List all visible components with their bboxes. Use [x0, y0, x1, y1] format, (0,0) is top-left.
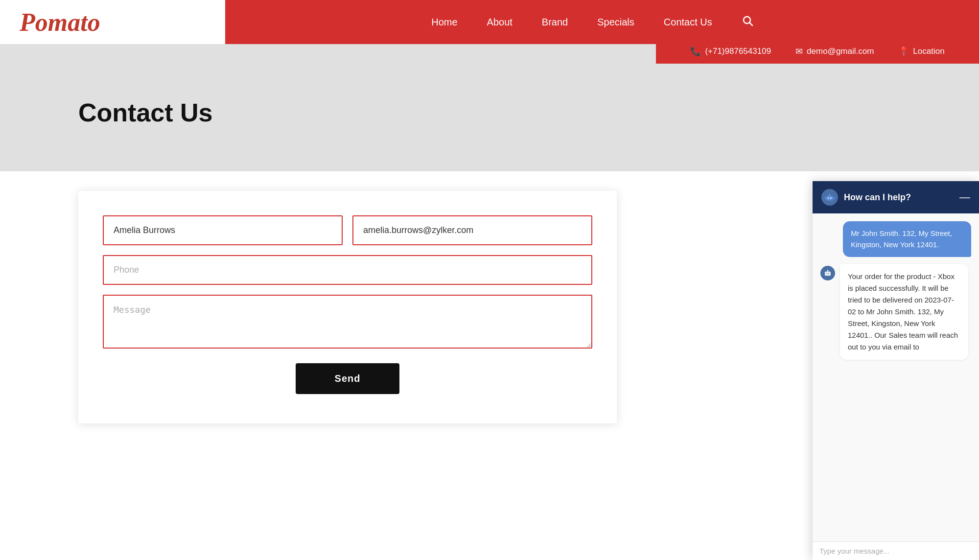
navbar: Pomato Home About Brand Specials Contact…	[0, 0, 979, 44]
chat-title: How can I help?	[844, 192, 911, 203]
location-label: Location	[913, 47, 944, 56]
chat-header: How can I help? —	[813, 181, 979, 213]
nav-home[interactable]: Home	[431, 17, 457, 28]
contact-form-card: Send	[78, 191, 617, 423]
email-icon: ✉	[795, 46, 803, 57]
svg-rect-7	[833, 197, 835, 199]
svg-rect-5	[829, 194, 830, 196]
hero-banner: Contact Us	[0, 64, 979, 171]
chat-header-left: How can I help?	[821, 189, 911, 206]
form-row-name-email	[103, 215, 592, 245]
nav-links: Home About Brand Specials Contact Us	[225, 0, 979, 44]
chat-bot-icon	[821, 189, 838, 206]
svg-rect-2	[826, 196, 833, 201]
svg-point-9	[826, 273, 827, 274]
phone-number: (+71)9876543109	[705, 47, 771, 56]
logo-area: Pomato	[0, 0, 225, 44]
chat-minimize-button[interactable]: —	[959, 191, 970, 204]
chat-widget: How can I help? — Mr John Smith. 132, My…	[813, 181, 979, 453]
send-button[interactable]: Send	[296, 363, 400, 394]
location-info: 📍 Location	[898, 46, 944, 57]
chat-body: Mr John Smith. 132, My Street, Kingston,…	[813, 213, 979, 453]
svg-rect-8	[825, 272, 831, 276]
nav-specials[interactable]: Specials	[597, 17, 634, 28]
nav-contact[interactable]: Contact Us	[664, 17, 712, 28]
search-icon[interactable]	[742, 15, 753, 29]
page-title: Contact Us	[78, 98, 212, 127]
svg-line-1	[749, 23, 752, 26]
brand-logo[interactable]: Pomato	[20, 8, 100, 37]
svg-point-4	[830, 197, 832, 199]
chat-user-message: Mr John Smith. 132, My Street, Kingston,…	[843, 221, 971, 257]
phone-icon: 📞	[690, 46, 701, 57]
svg-rect-6	[825, 197, 826, 199]
chat-bot-message: Your order for the product - Xbox is pla…	[840, 264, 968, 360]
name-input[interactable]	[103, 215, 343, 245]
phone-info: 📞 (+71)9876543109	[690, 46, 771, 57]
send-btn-wrap: Send	[103, 363, 592, 394]
message-input[interactable]	[103, 295, 592, 349]
email-address: demo@gmail.com	[807, 47, 874, 56]
nav-about[interactable]: About	[487, 17, 513, 28]
chat-bot-message-wrap: Your order for the product - Xbox is pla…	[820, 264, 971, 360]
svg-point-3	[828, 197, 829, 199]
email-info: ✉ demo@gmail.com	[795, 46, 874, 57]
email-input[interactable]	[352, 215, 592, 245]
phone-input[interactable]	[103, 255, 592, 285]
svg-point-10	[828, 273, 829, 274]
nav-brand[interactable]: Brand	[542, 17, 568, 28]
chat-bot-avatar	[820, 266, 835, 280]
svg-rect-11	[827, 270, 829, 271]
location-icon: 📍	[898, 46, 909, 57]
